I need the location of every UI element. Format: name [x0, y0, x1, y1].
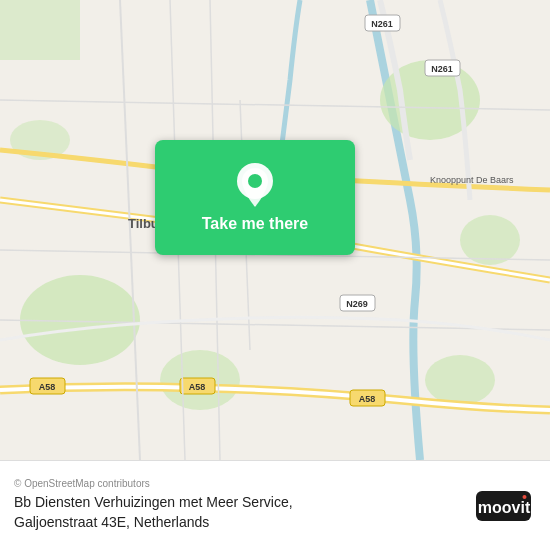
- svg-text:N261: N261: [371, 19, 393, 29]
- address-line2: Galjoenstraat 43E, Netherlands: [14, 514, 209, 530]
- svg-text:A58: A58: [39, 382, 56, 392]
- app-container: A58 A58 A58 N261 N261 N269: [0, 0, 550, 550]
- osm-credit: © OpenStreetMap contributors: [14, 478, 466, 489]
- svg-text:N261: N261: [431, 64, 453, 74]
- svg-rect-6: [0, 0, 80, 60]
- svg-point-4: [460, 215, 520, 265]
- footer-left: © OpenStreetMap contributors Bb Diensten…: [14, 478, 466, 532]
- svg-text:Knooppunt De Baars: Knooppunt De Baars: [430, 175, 514, 185]
- map-pin-icon: [237, 163, 273, 207]
- map-area: A58 A58 A58 N261 N261 N269: [0, 0, 550, 460]
- footer: © OpenStreetMap contributors Bb Diensten…: [0, 460, 550, 550]
- svg-text:moovit: moovit: [478, 499, 531, 516]
- svg-point-33: [523, 495, 527, 499]
- svg-text:A58: A58: [359, 394, 376, 404]
- svg-point-5: [425, 355, 495, 405]
- moovit-logo: moovit: [476, 486, 536, 526]
- svg-point-30: [248, 174, 262, 188]
- take-me-there-card[interactable]: Take me there: [155, 140, 355, 255]
- address-line1: Bb Diensten Verhuizingen met Meer Servic…: [14, 494, 293, 510]
- address-text: Bb Diensten Verhuizingen met Meer Servic…: [14, 493, 466, 532]
- moovit-logo-icon: moovit: [476, 486, 536, 526]
- take-me-there-label: Take me there: [202, 215, 308, 233]
- svg-text:A58: A58: [189, 382, 206, 392]
- svg-text:N269: N269: [346, 299, 368, 309]
